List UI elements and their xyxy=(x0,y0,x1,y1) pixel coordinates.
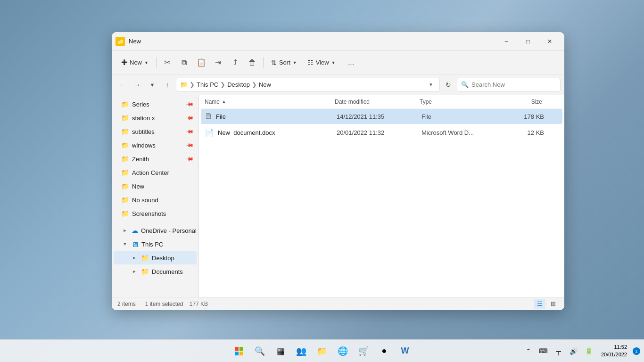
sort-button[interactable]: ⇅ Sort ▼ xyxy=(266,55,302,71)
thispc-icon: 🖥 xyxy=(132,240,139,248)
minimize-button[interactable]: – xyxy=(495,34,517,49)
col-type-header[interactable]: Type xyxy=(420,99,495,105)
new-button[interactable]: ✚ New ▼ xyxy=(116,55,153,71)
sidebar-item-documents[interactable]: ► 📁 Documents xyxy=(114,265,197,278)
sidebar-item-thispc[interactable]: ▼ 🖥 This PC xyxy=(114,238,197,251)
word-icon: W xyxy=(401,346,409,356)
folder-icon: 📁 xyxy=(121,196,129,204)
sidebar-item-subtitles[interactable]: 📁 subtitles 📌 xyxy=(114,125,197,138)
store-button[interactable]: 🛒 xyxy=(354,342,373,361)
sidebar-item-actioncenter[interactable]: 📁 Action Center xyxy=(114,166,197,179)
toolbar-separator-1 xyxy=(156,57,157,68)
share-button[interactable]: ⤴ xyxy=(227,55,243,71)
breadcrumb-dropdown[interactable]: ▼ xyxy=(426,78,436,91)
selected-info: 1 item selected 177 KB xyxy=(145,301,208,307)
expand-icon[interactable]: ► xyxy=(131,254,138,262)
folder-icon: 📁 xyxy=(317,346,327,356)
move-button[interactable]: ⇥ xyxy=(210,55,226,71)
tray-expand-button[interactable]: ⌃ xyxy=(522,345,535,358)
teams-button[interactable]: 👥 xyxy=(292,342,311,361)
sidebar-item-nosound[interactable]: 📁 No sound xyxy=(114,193,197,206)
maximize-button[interactable]: □ xyxy=(517,34,539,49)
pin-icon: 📌 xyxy=(185,154,194,163)
delete-button[interactable]: 🗑 xyxy=(244,55,260,71)
taskbar-right: ⌃ ⌨ ┬ 🔊 🔋 11:52 20/01/2022 1 xyxy=(522,344,640,358)
sidebar-item-onedrive[interactable]: ► ☁ OneDrive - Personal xyxy=(114,224,197,237)
sidebar: 📁 Series 📌 📁 station x 📌 📁 subtitles 📌 📁… xyxy=(112,95,199,297)
up-button[interactable]: ↑ xyxy=(161,78,174,91)
filelist-header: Name ▲ Date modified Type Size xyxy=(199,95,564,108)
copy-button[interactable]: ⧉ xyxy=(176,55,192,71)
taskbar-search-button[interactable]: 🔍 xyxy=(250,342,269,361)
chrome-button[interactable]: ● xyxy=(375,342,394,361)
folder-icon: 📁 xyxy=(121,210,129,217)
cut-button[interactable]: ✂ xyxy=(159,55,175,71)
col-date-header[interactable]: Date modified xyxy=(335,99,420,105)
file-icon-0: 🖹 xyxy=(205,112,212,121)
battery-button[interactable]: 🔋 xyxy=(582,345,595,358)
expand-icon[interactable]: ▼ xyxy=(121,240,129,248)
expand-icon[interactable]: ► xyxy=(131,268,138,275)
sound-button[interactable]: 🔊 xyxy=(567,345,580,358)
new-icon: ✚ xyxy=(121,58,127,67)
statusbar: 2 items 1 item selected 177 KB ☰ ⊞ xyxy=(112,297,564,310)
toolbar-separator-2 xyxy=(263,57,264,68)
close-button[interactable]: ✕ xyxy=(539,34,561,49)
clock[interactable]: 11:52 20/01/2022 xyxy=(597,344,631,358)
wifi-icon: ┬ xyxy=(556,347,561,355)
notification-badge[interactable]: 1 xyxy=(633,347,640,355)
items-count: 2 items xyxy=(117,301,136,307)
forward-button[interactable]: → xyxy=(131,78,144,91)
keyboard-icon-btn[interactable]: ⌨ xyxy=(537,345,550,358)
sidebar-item-new[interactable]: 📁 New xyxy=(114,180,197,193)
file-explorer-window: 📁 New – □ ✕ ✚ New ▼ ✂ ⧉ 📋 ⇥ ⤴ 🗑 ⇅ Sort ▼… xyxy=(112,32,564,310)
sidebar-item-screenshots[interactable]: 📁 Screenshots xyxy=(114,207,197,220)
grid-view-toggle[interactable]: ⊞ xyxy=(547,299,559,309)
sidebar-item-windows[interactable]: 📁 windows 📌 xyxy=(114,139,197,152)
file-explorer-taskbar-button[interactable]: 📁 xyxy=(313,342,331,361)
file-row-1[interactable]: 📄 New_document.docx 20/01/2022 11:32 Mic… xyxy=(201,125,562,140)
word-button[interactable]: W xyxy=(396,342,414,361)
file-list: Name ▲ Date modified Type Size 🖹 File xyxy=(199,95,564,297)
start-button[interactable] xyxy=(230,342,248,361)
file-size-1: 12 KB xyxy=(497,129,544,136)
battery-icon: 🔋 xyxy=(585,347,593,354)
breadcrumb-thispc[interactable]: This PC xyxy=(197,81,218,88)
folder-icon: 📁 xyxy=(121,114,129,122)
svg-rect-3 xyxy=(239,352,243,355)
chrome-icon: ● xyxy=(382,346,387,356)
view-button[interactable]: ☷ View ▼ xyxy=(303,55,340,71)
recent-button[interactable]: ▼ xyxy=(146,78,159,91)
pin-icon: 📌 xyxy=(185,113,194,122)
sidebar-item-series[interactable]: 📁 Series 📌 xyxy=(114,98,197,111)
widgets-icon: ▦ xyxy=(277,346,285,356)
col-size-header[interactable]: Size xyxy=(495,99,542,105)
search-box[interactable]: 🔍 xyxy=(457,78,561,92)
list-view-toggle[interactable]: ☰ xyxy=(534,299,545,309)
view-icon: ☷ xyxy=(307,59,314,66)
more-button[interactable]: ... xyxy=(343,55,359,71)
wifi-button[interactable]: ┬ xyxy=(552,345,565,358)
edge-button[interactable]: 🌐 xyxy=(333,342,352,361)
sidebar-item-desktop[interactable]: ► 📁 Desktop xyxy=(114,251,197,264)
back-button[interactable]: ← xyxy=(116,78,129,91)
search-input[interactable] xyxy=(471,81,556,88)
sidebar-item-stationx[interactable]: 📁 station x 📌 xyxy=(114,111,197,124)
breadcrumb-new[interactable]: New xyxy=(259,81,271,88)
breadcrumb-bar[interactable]: 📁 ❯ This PC ❯ Desktop ❯ New ▼ xyxy=(176,78,440,92)
file-row-0[interactable]: 🖹 File 14/12/2021 11:35 File 178 KB xyxy=(201,109,562,124)
file-name-0: 🖹 File xyxy=(205,112,337,121)
sidebar-item-zenith[interactable]: 📁 Zenith 📌 xyxy=(114,152,197,165)
keyboard-icon: ⌨ xyxy=(539,347,548,354)
expand-icon[interactable]: ► xyxy=(121,227,129,234)
col-name-header[interactable]: Name ▲ xyxy=(203,99,335,105)
titlebar: 📁 New – □ ✕ xyxy=(112,32,564,51)
file-type-0: File xyxy=(421,113,497,120)
paste-button[interactable]: 📋 xyxy=(193,55,209,71)
widgets-button[interactable]: ▦ xyxy=(271,342,290,361)
breadcrumb-desktop[interactable]: Desktop xyxy=(227,81,250,88)
addressbar: ← → ▼ ↑ 📁 ❯ This PC ❯ Desktop ❯ New ▼ ↻ … xyxy=(112,74,564,95)
sort-icon: ⇅ xyxy=(271,59,277,66)
desktop-icon: 📁 xyxy=(141,254,149,262)
refresh-button[interactable]: ↻ xyxy=(442,78,455,91)
